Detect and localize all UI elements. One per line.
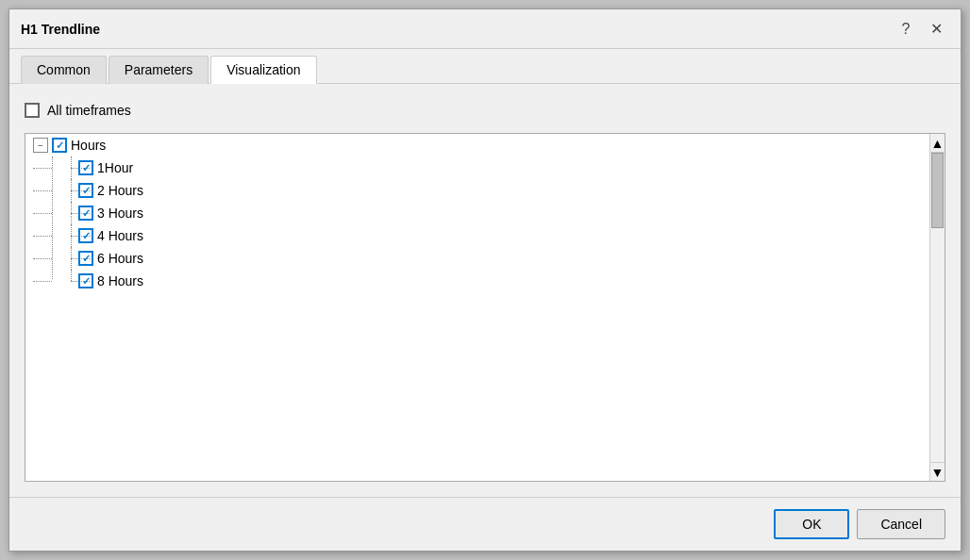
dialog: H1 Trendline ? ✕ Common Parameters Visua… xyxy=(8,8,962,552)
help-button[interactable]: ? xyxy=(893,16,919,42)
scroll-up-button[interactable]: ▲ xyxy=(929,134,945,153)
list-item: 6 Hours xyxy=(44,247,928,270)
close-button[interactable]: ✕ xyxy=(923,16,949,42)
2hours-checkbox[interactable] xyxy=(78,183,93,198)
tree-container: ▲ ▼ − Hours xyxy=(25,133,945,482)
bottom-bar: OK Cancel xyxy=(9,497,961,551)
hours-label: Hours xyxy=(71,138,106,153)
all-timeframes-label: All timeframes xyxy=(47,103,131,118)
3hours-label: 3 Hours xyxy=(97,206,143,221)
4hours-label: 4 Hours xyxy=(97,228,143,243)
collapse-button[interactable]: − xyxy=(33,138,48,153)
4hours-checkbox[interactable] xyxy=(78,228,93,243)
dialog-title: H1 Trendline xyxy=(21,22,100,37)
title-bar: H1 Trendline ? ✕ xyxy=(9,9,961,49)
1hour-checkbox[interactable] xyxy=(78,160,93,175)
scroll-down-button[interactable]: ▼ xyxy=(929,462,945,481)
1hour-label: 1Hour xyxy=(97,160,133,175)
content-area: All timeframes ▲ ▼ − Hours xyxy=(9,84,961,497)
tabs: Common Parameters Visualization xyxy=(9,49,961,84)
6hours-label: 6 Hours xyxy=(97,251,143,266)
all-timeframes-row: All timeframes xyxy=(25,99,945,122)
list-item: 8 Hours xyxy=(44,270,928,292)
hours-checkbox[interactable] xyxy=(52,138,67,153)
2hours-label: 2 Hours xyxy=(97,183,143,198)
list-item: 3 Hours xyxy=(44,202,928,224)
tab-common[interactable]: Common xyxy=(21,56,107,84)
list-item: 2 Hours xyxy=(44,179,928,202)
title-buttons: ? ✕ xyxy=(893,16,949,42)
3hours-checkbox[interactable] xyxy=(78,206,93,221)
tab-visualization[interactable]: Visualization xyxy=(210,56,316,84)
tree-parent-row: − Hours xyxy=(25,134,928,156)
scroll-thumb[interactable] xyxy=(931,153,944,228)
all-timeframes-checkbox[interactable] xyxy=(25,103,40,118)
list-item: 1Hour xyxy=(44,156,928,179)
ok-button[interactable]: OK xyxy=(774,509,849,539)
tab-parameters[interactable]: Parameters xyxy=(109,56,209,84)
scroll-track xyxy=(929,153,945,462)
8hours-label: 8 Hours xyxy=(97,273,143,288)
6hours-checkbox[interactable] xyxy=(78,251,93,266)
list-item: 4 Hours xyxy=(44,224,928,247)
cancel-button[interactable]: Cancel xyxy=(857,509,945,539)
8hours-checkbox[interactable] xyxy=(78,273,93,288)
